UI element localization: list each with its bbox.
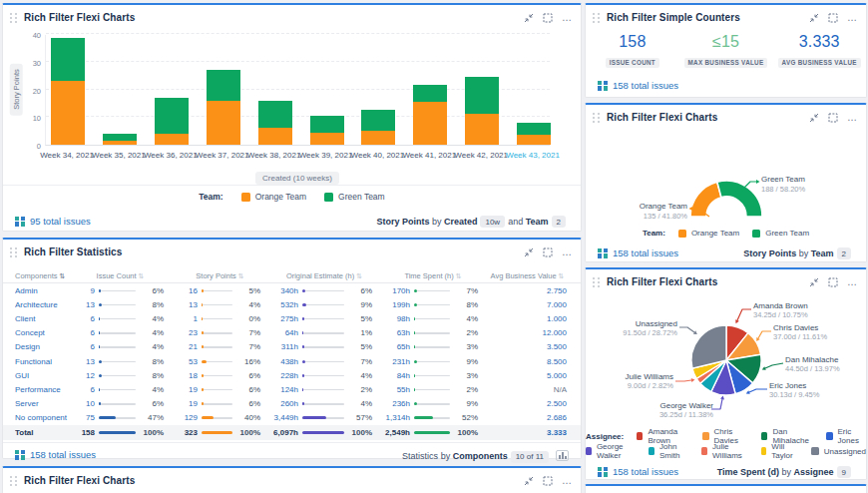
- bar-segment-green[interactable]: [361, 110, 395, 131]
- collapse-icon[interactable]: [809, 113, 819, 123]
- x-tick: Week 43, 2021: [500, 151, 566, 160]
- drag-handle-icon[interactable]: [593, 13, 600, 23]
- more-actions-icon[interactable]: …: [562, 12, 573, 23]
- bar-segment-orange[interactable]: [361, 131, 395, 145]
- component-link[interactable]: Client: [15, 314, 69, 323]
- column-header[interactable]: Time Spent (h)⇅: [380, 271, 486, 280]
- total-issues-link[interactable]: 95 total issues: [15, 215, 91, 227]
- dim-badge[interactable]: 10w: [480, 216, 505, 228]
- legend-item[interactable]: George Walker: [586, 442, 636, 460]
- legend-item[interactable]: John Smith: [649, 442, 688, 460]
- column-header[interactable]: Components⇅: [15, 271, 69, 280]
- bar-segment-orange[interactable]: [155, 134, 189, 145]
- maximize-icon[interactable]: [828, 113, 838, 123]
- column-header[interactable]: Avg Business Value⇅: [486, 271, 569, 280]
- more-actions-icon[interactable]: …: [847, 112, 858, 123]
- bar-segment-orange[interactable]: [51, 81, 85, 145]
- drag-handle-icon[interactable]: [10, 247, 17, 257]
- collapse-icon[interactable]: [524, 476, 534, 486]
- donut-svg[interactable]: [586, 105, 868, 264]
- legend-swatch: [324, 193, 333, 202]
- collapse-icon[interactable]: [809, 277, 819, 287]
- drag-handle-icon[interactable]: [10, 476, 17, 486]
- bar-segment-green[interactable]: [310, 116, 344, 133]
- bar-segment-green[interactable]: [155, 98, 189, 134]
- drag-handle-icon[interactable]: [593, 113, 600, 123]
- component-link[interactable]: Total: [15, 428, 69, 437]
- bar-segment-green[interactable]: [517, 123, 551, 135]
- component-link[interactable]: GUI: [15, 371, 69, 380]
- component-link[interactable]: Server: [15, 399, 69, 408]
- bar-segment-green[interactable]: [51, 38, 85, 81]
- bar-segment-green[interactable]: [103, 134, 137, 141]
- component-link[interactable]: Design: [15, 342, 69, 351]
- bar-segment-green[interactable]: [413, 85, 447, 102]
- legend-swatch: [649, 447, 654, 455]
- column-header[interactable]: Original Estimate (h)⇅: [268, 271, 380, 280]
- chart-view-icon[interactable]: [556, 450, 569, 461]
- counter-value: 158: [586, 33, 679, 51]
- avg-business-value: 12.000: [486, 328, 569, 337]
- bar-segment-orange[interactable]: [517, 135, 551, 145]
- bar-segment-orange[interactable]: [310, 133, 344, 145]
- bar-segment-orange[interactable]: [413, 102, 447, 145]
- bar-segment-green[interactable]: [465, 77, 499, 114]
- legend-item[interactable]: Unassigned: [811, 447, 866, 456]
- dim-badge[interactable]: 2: [837, 247, 851, 259]
- column-header[interactable]: Story Points⇅: [172, 271, 268, 280]
- total-issues-link[interactable]: 158 total issues: [598, 79, 678, 91]
- gadget-header: Rich Filter Flexi Charts …: [3, 5, 581, 29]
- maximize-icon[interactable]: [828, 277, 838, 287]
- legend-label: George Walker: [597, 442, 636, 460]
- bar-segment-orange[interactable]: [465, 114, 499, 145]
- legend-item[interactable]: Will Taylor: [761, 442, 798, 460]
- more-actions-icon[interactable]: …: [847, 276, 858, 287]
- collapse-icon[interactable]: [524, 13, 534, 23]
- pie-callout-value: 37.00d / 11.61%: [773, 332, 827, 341]
- bar-segment-green[interactable]: [207, 70, 240, 101]
- more-actions-icon[interactable]: …: [562, 246, 573, 257]
- legend-item[interactable]: Julie Williams: [701, 442, 747, 460]
- total-issues-link[interactable]: 158 total issues: [598, 246, 678, 258]
- maximize-icon[interactable]: [543, 247, 553, 257]
- maximize-icon[interactable]: [543, 476, 553, 486]
- component-link[interactable]: Architecture: [15, 300, 69, 309]
- total-issues-link[interactable]: 158 total issues: [598, 465, 678, 477]
- legend-title: Team:: [643, 229, 665, 238]
- column-header[interactable]: Issue Count⇅: [69, 271, 172, 280]
- bar-segment-orange[interactable]: [258, 128, 292, 145]
- legend-item[interactable]: Green Team: [324, 192, 385, 202]
- bar-segment-orange[interactable]: [207, 101, 240, 145]
- legend-item[interactable]: Green Team: [752, 229, 809, 238]
- rich-filter-icon: [15, 450, 25, 460]
- collapse-icon[interactable]: [524, 247, 534, 257]
- component-link[interactable]: Concept: [15, 328, 69, 337]
- legend-swatch: [826, 432, 832, 440]
- total-issues-link[interactable]: 158 total issues: [15, 448, 96, 460]
- rich-filter-icon: [598, 81, 608, 91]
- component-link[interactable]: Functional: [15, 357, 69, 366]
- bar-segment-orange[interactable]: [103, 141, 137, 145]
- legend-item[interactable]: Orange Team: [678, 229, 739, 238]
- maximize-icon[interactable]: [828, 13, 838, 23]
- dim-badge[interactable]: 9: [837, 466, 851, 478]
- collapse-icon[interactable]: [809, 13, 819, 23]
- component-link[interactable]: No component: [15, 413, 69, 422]
- more-actions-icon[interactable]: …: [562, 475, 573, 486]
- component-link[interactable]: Performance: [15, 385, 69, 394]
- legend-item[interactable]: Orange Team: [241, 192, 306, 202]
- pie-callout-name: Amanda Brown: [753, 301, 808, 310]
- table-row: Server106%196%260h4%236h9%2.500: [3, 397, 581, 411]
- gadget-flexi-bar-chart: Rich Filter Flexi Charts … Story Points …: [2, 3, 582, 232]
- table-row: Admin96%165%340h6%170h7%2.750: [3, 283, 581, 297]
- dim-badge[interactable]: 2: [552, 216, 566, 228]
- gadget-flexi-donut: Rich Filter Flexi Charts … Orange Team 1…: [585, 103, 867, 262]
- component-link[interactable]: Admin: [15, 286, 69, 295]
- legend-label: Orange Team: [691, 229, 739, 238]
- pager-badge[interactable]: 10 of 11: [511, 451, 549, 463]
- drag-handle-icon[interactable]: [10, 13, 17, 23]
- drag-handle-icon[interactable]: [593, 277, 600, 287]
- bar-segment-green[interactable]: [258, 101, 292, 129]
- maximize-icon[interactable]: [543, 13, 553, 23]
- more-actions-icon[interactable]: …: [847, 12, 858, 23]
